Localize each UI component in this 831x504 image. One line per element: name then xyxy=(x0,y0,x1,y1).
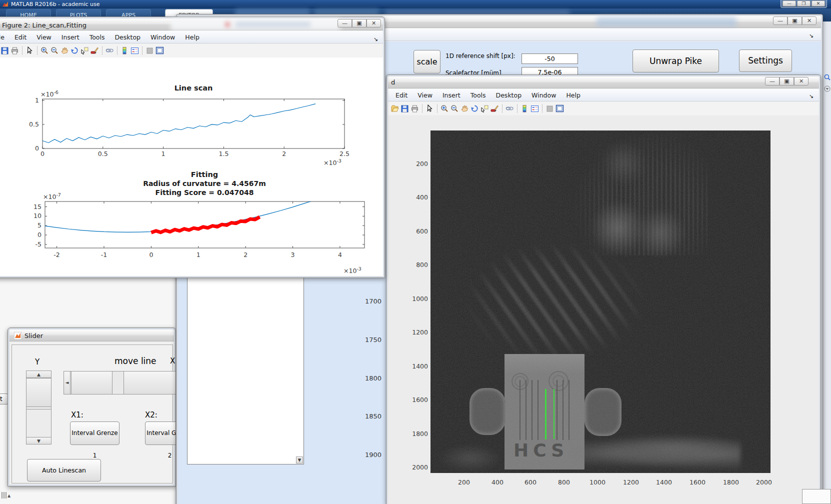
fig1-minimize-button[interactable]: — xyxy=(765,77,780,86)
fig2-dock-arrow[interactable]: ↘ xyxy=(374,36,378,42)
data-cursor-icon[interactable] xyxy=(480,104,489,113)
menu-item-edit[interactable]: Edit xyxy=(390,89,412,101)
menu-item-file[interactable]: File xyxy=(0,31,10,43)
pan-hand-icon[interactable] xyxy=(460,104,469,113)
scale-button[interactable]: scale xyxy=(414,50,440,74)
y-slider-thumb[interactable] xyxy=(26,378,52,407)
fig2-close-button[interactable]: ✕ xyxy=(366,19,381,28)
x-slider-thumb[interactable] xyxy=(71,371,112,394)
move-line-label: move line xyxy=(114,356,156,366)
listbox[interactable]: ▼ xyxy=(187,277,304,464)
x-tick-label: 400 xyxy=(482,478,512,486)
gui-minimize-button[interactable]: — xyxy=(773,16,788,25)
print-icon[interactable] xyxy=(10,46,19,55)
data-cursor-icon[interactable] xyxy=(80,46,89,55)
menu-item-desktop[interactable]: Desktop xyxy=(491,89,527,101)
inactive-icon[interactable] xyxy=(146,46,154,55)
menu-item-insert[interactable]: Insert xyxy=(56,31,84,43)
open-icon[interactable] xyxy=(390,104,399,113)
dropdown-circle-icon[interactable] xyxy=(824,86,830,92)
x-slider-left-arrow[interactable]: ◄ xyxy=(64,371,70,394)
pan-hand-icon[interactable] xyxy=(60,46,69,55)
menu-item-help[interactable]: Help xyxy=(561,89,586,101)
menu-item-edit[interactable]: Edit xyxy=(10,31,32,43)
x-slider[interactable]: ◄ xyxy=(64,371,176,394)
figure1-toolbar xyxy=(388,102,819,115)
menu-item-window[interactable]: Window xyxy=(146,31,180,43)
gui-maximize-button[interactable]: ▣ xyxy=(788,16,802,25)
figure1-caption-buttons: — ▣ ✕ xyxy=(765,77,808,86)
listbox-scroll-down[interactable]: ▼ xyxy=(296,456,303,464)
right-side-strip xyxy=(822,22,831,504)
menu-item-help[interactable]: Help xyxy=(180,31,204,43)
menu-item-window[interactable]: Window xyxy=(526,89,561,101)
svg-text:0: 0 xyxy=(149,251,153,258)
figure1-title: d xyxy=(391,78,395,86)
figure2-window: Figure 2: Line_scan,Fitting — ▣ ✕ FileEd… xyxy=(0,16,385,278)
link-plot-icon[interactable] xyxy=(106,46,114,55)
settings-button[interactable]: Settings xyxy=(739,50,792,72)
ref-shift-input[interactable] xyxy=(522,54,578,64)
menu-item-desktop[interactable]: Desktop xyxy=(110,31,146,43)
y-tick-label: 2000 xyxy=(398,464,428,471)
fig1-maximize-button[interactable]: ▣ xyxy=(780,77,794,86)
gui-caption-buttons: — ▣ ✕ xyxy=(773,16,816,25)
brush-icon[interactable] xyxy=(490,104,499,113)
rotate-3d-icon[interactable] xyxy=(70,46,79,55)
gui-dock-arrow[interactable]: ↘ xyxy=(809,32,814,39)
inactive-icon[interactable] xyxy=(546,104,554,113)
menu-item-tools[interactable]: Tools xyxy=(466,89,491,101)
brush-icon[interactable] xyxy=(90,46,99,55)
legend-icon[interactable] xyxy=(530,104,539,113)
colorbar-icon[interactable] xyxy=(520,104,529,113)
save-icon[interactable] xyxy=(400,104,409,113)
dock-figure-icon[interactable] xyxy=(156,46,164,55)
noise-overlay xyxy=(430,130,770,473)
figure2-menubar: FileEditViewInsertToolsDesktopWindowHelp xyxy=(0,31,383,44)
print-icon[interactable] xyxy=(410,104,419,113)
y-slider[interactable]: ▲ ▼ xyxy=(26,370,52,444)
pointer-icon[interactable] xyxy=(426,104,434,113)
resize-grip[interactable]: ▲ xyxy=(2,492,10,499)
zoom-out-icon[interactable] xyxy=(50,46,59,55)
rotate-3d-icon[interactable] xyxy=(470,104,479,113)
figure1-titlebar[interactable] xyxy=(388,76,819,88)
unwrap-pike-button[interactable]: Unwrap Pike xyxy=(632,50,719,72)
interval-grenze-1-button[interactable]: Interval Grenze 1 xyxy=(70,422,120,445)
search-icon[interactable] xyxy=(824,74,830,80)
zoom-out-icon[interactable] xyxy=(450,104,459,113)
menu-item-view[interactable]: View xyxy=(412,89,438,101)
maximize-button[interactable]: ❐ xyxy=(797,0,810,6)
menu-item-tools[interactable]: Tools xyxy=(84,31,110,43)
zoom-in-icon[interactable] xyxy=(440,104,449,113)
menu-item-view[interactable]: View xyxy=(32,31,56,43)
x-tick-label: 600 xyxy=(516,478,546,486)
x-slider-block[interactable] xyxy=(124,371,176,394)
pointer-icon[interactable] xyxy=(26,46,34,55)
menu-item-insert[interactable]: Insert xyxy=(438,89,466,101)
figure2-toolbar xyxy=(0,44,383,57)
dock-figure-icon[interactable] xyxy=(556,104,564,113)
interval-grenze-2-button[interactable]: Interval Grenze 2 xyxy=(145,422,176,445)
minimize-button[interactable]: — xyxy=(782,0,796,6)
fig1-close-button[interactable]: ✕ xyxy=(794,77,808,86)
speckle-image[interactable]: HCS xyxy=(430,130,770,473)
fig2-maximize-button[interactable]: ▣ xyxy=(352,19,366,28)
fig1-dock-arrow[interactable]: ↘ xyxy=(809,93,814,100)
x-tick-label: 800 xyxy=(549,478,579,486)
y-slider-down-arrow[interactable]: ▼ xyxy=(26,437,52,444)
zoom-in-icon[interactable] xyxy=(40,46,49,55)
gui-close-button[interactable]: ✕ xyxy=(802,16,816,25)
svg-text:×10-3: ×10-3 xyxy=(344,266,362,274)
auto-linescan-button[interactable]: Auto Linescan xyxy=(27,459,101,482)
legend-icon[interactable] xyxy=(130,46,139,55)
x-tick-label: 1200 xyxy=(616,478,646,486)
x-tick-label: 1600 xyxy=(682,478,712,486)
y-slider-track[interactable] xyxy=(26,409,52,438)
link-plot-icon[interactable] xyxy=(506,104,514,113)
colorbar-icon[interactable] xyxy=(120,46,129,55)
fig2-minimize-button[interactable]: — xyxy=(338,19,352,28)
y-slider-up-arrow[interactable]: ▲ xyxy=(26,370,52,378)
close-button[interactable]: ✕ xyxy=(812,0,825,6)
save-icon[interactable] xyxy=(0,46,9,55)
